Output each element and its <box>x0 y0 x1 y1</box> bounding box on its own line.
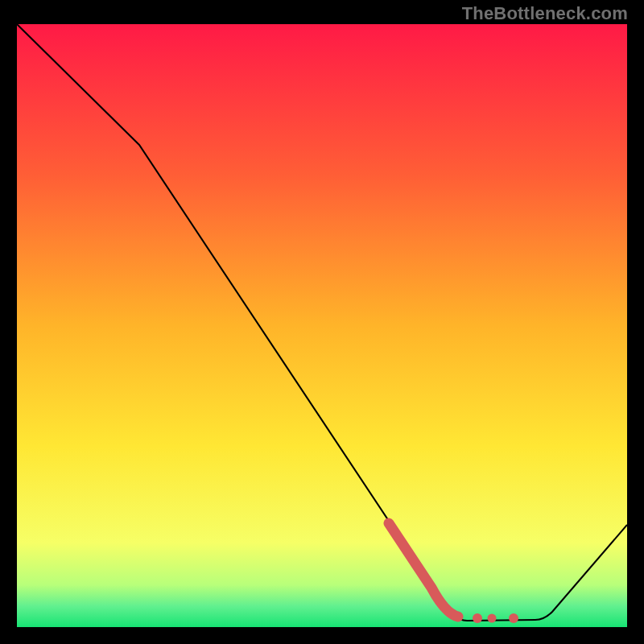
plot-area <box>17 24 627 627</box>
watermark-label: TheBottleneck.com <box>462 3 628 24</box>
chart-frame: TheBottleneck.com <box>0 0 644 644</box>
highlight-dot <box>509 613 518 623</box>
highlight-dot <box>473 613 482 623</box>
plot-svg <box>17 24 627 627</box>
highlight-dot <box>488 614 497 623</box>
